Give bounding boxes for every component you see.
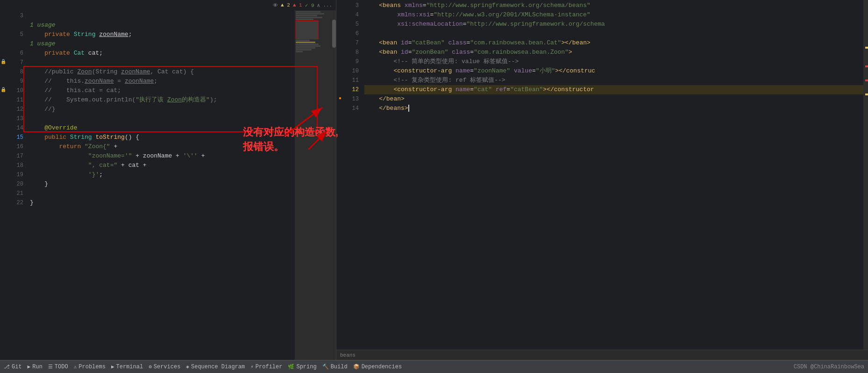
rg-6 — [336, 47, 344, 56]
code-line-5-usage: 1 usage — [30, 39, 295, 49]
code-line-7 — [30, 58, 295, 67]
status-services-label: Services — [154, 364, 181, 370]
status-services[interactable]: ⚙ Services — [149, 364, 180, 370]
git-icon: ⎇ — [4, 364, 10, 370]
rln-4: 4 — [344, 10, 359, 20]
code-content-right[interactable]: <beans xmlns="http://www.springframework… — [363, 0, 863, 350]
services-icon: ⚙ — [149, 364, 152, 370]
xml-mark-warning2 — [865, 93, 868, 95]
rcode-10: <constructor-arg name="zoonName" value="… — [364, 66, 863, 76]
editor-toolbar: 👁 ▲ 2 ▲ 1 ✓ 9 ∧ ... — [0, 0, 336, 10]
status-todo-label: TODO — [55, 364, 68, 370]
rg-2 — [336, 9, 344, 19]
terminal-icon: ▶ — [111, 364, 114, 370]
status-build-label: Build — [331, 364, 348, 370]
status-run-label: Run — [32, 364, 43, 370]
minimap-content — [295, 10, 332, 54]
code-line-12: //} — [30, 105, 295, 114]
rcode-3: <beans xmlns="http://www.springframework… — [364, 1, 863, 10]
code-line-5: private String zoonName; — [30, 30, 295, 39]
code-line-22: } — [30, 198, 295, 208]
gutter-marker-blank4 — [0, 48, 7, 57]
ln-21: 21 — [7, 189, 23, 198]
line-numbers-left: 3 5 6 7 8 9 10 11 12 13 14 15 16 17 18 — [7, 10, 28, 360]
status-dependencies[interactable]: 📦 Dependencies — [353, 364, 402, 370]
rg-3 — [336, 19, 344, 28]
ln-17: 17 — [7, 151, 23, 161]
status-terminal[interactable]: ▶ Terminal — [111, 364, 143, 370]
mini-line-11 — [296, 49, 312, 50]
status-git-label: Git — [12, 364, 22, 370]
code-line-19: '}'; — [30, 170, 295, 179]
rcode-7: <bean id="catBean" class="com.rainbowsea… — [364, 38, 863, 48]
more-icon[interactable]: ... — [323, 2, 332, 8]
code-line-11: // System.out.println("执行了该 Zoon的构造器"); — [30, 95, 295, 105]
status-run[interactable]: ▶ Run — [28, 364, 43, 370]
status-right: CSDN @ChinaRainbowSea — [794, 364, 864, 370]
profiler-icon: ⚡ — [250, 364, 254, 370]
expand-icon[interactable]: ∧ — [317, 2, 320, 8]
rln-8: 8 — [344, 48, 359, 57]
breadcrumb-bar: beans — [336, 350, 868, 360]
mini-line-5 — [296, 19, 313, 20]
code-line-20: } — [30, 179, 295, 189]
rg-8 — [336, 65, 344, 75]
rln-9: 9 — [344, 57, 359, 66]
code-line-10: // this.cat = cat; — [30, 86, 295, 95]
dependencies-icon: 📦 — [353, 364, 360, 370]
status-problems[interactable]: ⚠ Problems — [74, 364, 106, 370]
rg-1 — [336, 0, 344, 9]
code-line-9: // this.zoonName = zoonName; — [30, 77, 295, 86]
gutter-marker-blank8: 🔒 — [0, 85, 7, 94]
code-line-8: //public Zoon(String zoonName, Cat cat) … — [30, 67, 295, 77]
status-build[interactable]: 🔨 Build — [322, 364, 348, 370]
mini-line-7 — [296, 42, 315, 43]
mini-line-2 — [296, 13, 324, 14]
status-spring-label: Spring — [296, 364, 316, 370]
status-sequence[interactable]: ◈ Sequence Diagram — [186, 364, 245, 370]
todo-icon: ☰ — [48, 364, 53, 370]
mini-line-4 — [296, 17, 322, 18]
check-badge: ✓ 9 — [305, 2, 314, 8]
xml-mark-error — [865, 65, 868, 67]
code-line-21 — [30, 189, 295, 198]
mini-line-3 — [296, 15, 317, 16]
status-todo[interactable]: ☰ TODO — [48, 364, 68, 370]
status-bar: ⎇ Git ▶ Run ☰ TODO ⚠ Problems ▶ Terminal… — [0, 360, 868, 373]
xml-mark-error2 — [865, 79, 868, 81]
rln-5: 5 — [344, 20, 359, 29]
code-line-3 — [30, 11, 295, 21]
rcode-12: <constructor-arg name="cat" ref="catBean… — [364, 85, 863, 94]
scrollbar-thumb-left[interactable] — [332, 20, 336, 48]
error-badge: ▲ 1 — [293, 2, 302, 8]
eye-icon[interactable]: 👁 — [273, 2, 278, 8]
status-terminal-label: Terminal — [116, 364, 143, 370]
ln-5b — [7, 39, 23, 49]
rcode-14: </beans> — [364, 104, 863, 113]
mini-line-10 — [296, 47, 315, 49]
rcode-5: xsi:schemaLocation="http://www.springfra… — [364, 20, 863, 29]
run-icon: ▶ — [28, 364, 31, 370]
status-git[interactable]: ⎇ Git — [4, 364, 22, 370]
ln-13: 13 — [7, 114, 23, 123]
code-line-6: private Cat cat; — [30, 49, 295, 58]
status-spring[interactable]: 🌿 Spring — [288, 364, 316, 370]
code-content-left[interactable]: 1 usage private String zoonName; 1 usage… — [28, 10, 295, 360]
status-sequence-label: Sequence Diagram — [191, 364, 245, 370]
xml-mark-warning — [865, 47, 868, 49]
gutter-marker-blank7 — [0, 76, 7, 85]
gutter-marker-blank6 — [0, 66, 7, 76]
rcode-6 — [364, 29, 863, 38]
rg-12 — [336, 103, 344, 112]
rcode-8: <bean id="zoonBean" class="com.rainbowse… — [364, 48, 863, 57]
line-numbers-right: 3 4 5 6 7 8 9 10 11 12 13 14 — [344, 0, 363, 350]
status-profiler[interactable]: ⚡ Profiler — [250, 364, 282, 370]
gutter-marker-blank5: 🔒 — [0, 57, 7, 66]
ln-4a — [7, 21, 23, 30]
editor-area: 👁 ▲ 2 ▲ 1 ✓ 9 ∧ ... 🔒 — [0, 0, 868, 360]
build-icon: 🔨 — [322, 364, 329, 370]
scrollbar-left[interactable] — [332, 10, 336, 360]
mini-line-1 — [296, 11, 320, 13]
ln-12: 12 — [7, 105, 23, 114]
xml-scrollbar[interactable] — [863, 0, 868, 350]
